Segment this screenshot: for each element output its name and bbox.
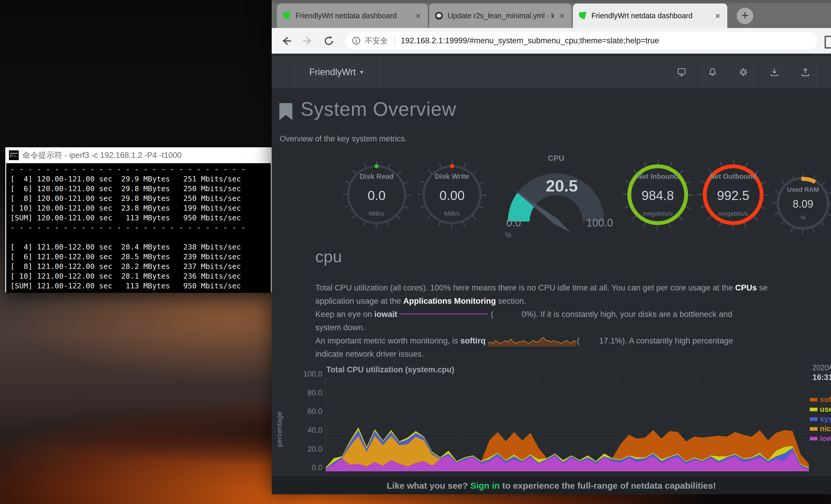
gear-icon [739,67,748,77]
address-divider [394,36,395,46]
gauge-unit: megabits/s [718,210,748,217]
gauge-net-inbound[interactable]: Net Inbound 984.8 megabits/s [627,165,688,225]
forward-button[interactable] [301,34,314,48]
site-info-icon[interactable] [352,36,361,45]
sign-in-link[interactable]: Sign in [470,481,500,491]
gauge-value: 8.09 [793,198,813,210]
gauge-value: 984.8 [641,188,674,203]
terminal-titlebar[interactable]: C:\. 命令提示符 - iperf3 -c 192.168.1.2 -P4 -… [5,147,272,163]
gauge-label: Net Outbound [710,172,757,181]
netdata-page: FriendlyWrt ▾ [272,54,831,494]
gauge-unit: % [801,214,806,220]
chart-timestamp-time: 16:31:2 [812,373,831,382]
tab-github[interactable]: Update r2s_lean_minimal.yml · k × [429,3,572,28]
tab-title: FriendlyWrt netdata dashboard [295,11,410,20]
netdata-navbar: FriendlyWrt ▾ [272,56,831,88]
security-label: 不安全 [365,36,388,46]
tab-netdata-1[interactable]: FriendlyWrt netdata dashboard × [277,3,428,28]
cpus-link[interactable]: CPUs [735,283,757,292]
terminal-title: 命令提示符 - iperf3 -c 192.168.1.2 -P4 -t1000 [22,150,181,160]
gauge-label: CPU [498,154,613,163]
chart-timestamp-date: 2020年3 [812,363,831,373]
gauge-label: Disk Write [435,172,469,181]
page-subtitle: Overview of the key system metrics. [280,134,407,144]
gauge-net-outbound[interactable]: Net Outbound 992.5 megabits/s [703,165,764,225]
export-button[interactable] [790,56,821,88]
tab-close-icon[interactable]: × [558,11,566,20]
cmd-icon: C:\. [9,150,19,160]
iowait-sparkline [400,314,488,314]
softirq-value: 17.1 [580,334,615,347]
browser-window: FriendlyWrt netdata dashboard × Update r… [272,0,831,494]
terminal-window: C:\. 命令提示符 - iperf3 -c 192.168.1.2 -P4 -… [5,147,272,292]
host-dropdown[interactable]: FriendlyWrt ▾ [289,56,384,88]
cpu-chart-plot[interactable] [326,378,809,471]
gauge-max: 100.0 [586,217,613,229]
tab-title: Update r2s_lean_minimal.yml · k [448,11,554,20]
tab-netdata-2-active[interactable]: FriendlyWrt netdata dashboard × [573,3,727,28]
gauge-value: 0.0 [368,188,385,203]
legend-item[interactable]: iowait [810,434,831,443]
y-tick: 40.0 [298,426,322,435]
y-tick: 80.0 [298,388,322,397]
gauge-label: Used RAM [787,186,819,193]
gauge-value: 0.00 [439,188,465,203]
softirq-sparkline [488,335,576,347]
tab-title: FriendlyWrt netdata dashboard [592,11,710,20]
gauge-unit: megabits/s [643,210,673,217]
github-favicon [435,12,443,20]
y-tick: 60.0 [298,407,322,416]
netdata-favicon [283,12,291,20]
display-icon [677,67,687,77]
gauge-min: 0.0 [506,217,521,229]
display-settings-button[interactable] [666,56,697,88]
gauge-used-ram[interactable]: Used RAM 8.09 % [776,177,830,230]
chevron-down-icon: ▾ [360,68,363,76]
page-title: System Overview [300,98,456,120]
section-heading-cpu: cpu [315,247,342,266]
import-button[interactable] [759,56,790,88]
gauge-disk-write[interactable]: Disk Write 0.00 MiB/s [423,165,482,224]
settings-button[interactable] [728,56,759,88]
download-icon [769,67,779,77]
new-tab-button[interactable]: + [737,8,753,24]
signin-banner: Like what you see? Sign in to experience… [272,477,831,494]
legend-item[interactable]: system [810,414,831,424]
iowait-value: 0 [494,307,526,321]
bell-icon [708,67,718,77]
back-button[interactable] [280,34,293,48]
reload-button[interactable] [322,34,335,48]
chart-title: Total CPU utilization (system.cpu) [326,365,454,375]
y-tick: 0.0 [298,463,322,472]
gauge-disk-read[interactable]: Disk Read 0.0 MiB/s [347,165,406,224]
y-axis-label: percentage [275,412,284,447]
tab-close-icon[interactable]: × [414,11,422,20]
legend-item[interactable]: nice [810,424,831,434]
gauge-label: Disk Read [360,172,394,181]
chart-legend: softirqusersystemniceiowait [810,395,831,443]
tab-close-icon[interactable]: × [714,11,721,20]
netdata-favicon [579,12,587,20]
terminal-output: - - - - - - - - - - - - - - - - - - - - … [6,163,271,293]
gauge-value: 992.5 [717,188,749,203]
legend-item[interactable]: softirq [810,395,831,405]
toolbar-partial-icon[interactable] [825,36,831,49]
browser-toolbar: 不安全 192.168.2.1:19999/#menu_system_subme… [272,28,831,54]
gauge-value: 20.5 [546,176,578,195]
address-bar[interactable]: 不安全 192.168.2.1:19999/#menu_system_subme… [345,32,818,50]
host-name: FriendlyWrt [309,67,356,78]
url-text[interactable]: 192.168.2.1:19999/#menu_system_submenu_c… [401,36,659,46]
upload-icon [800,67,810,77]
alarms-button[interactable] [697,56,728,88]
y-tick: 100.0 [298,369,322,379]
gauge-unit: MiB/s [369,210,384,217]
gauge-label: Net Inbound [637,172,678,181]
applications-monitoring-link[interactable]: Applications Monitoring [403,296,496,305]
legend-item[interactable]: user [810,405,831,414]
gauge-unit: % [505,231,511,239]
cpu-description: Total CPU utilization (all cores). 100% … [315,281,768,360]
tab-strip: FriendlyWrt netdata dashboard × Update r… [272,0,831,28]
gauge-unit: MiB/s [445,210,460,217]
bookmark-icon [279,103,292,120]
gauge-cpu[interactable]: CPU 20.5 0.0 100.0 % [498,154,613,242]
